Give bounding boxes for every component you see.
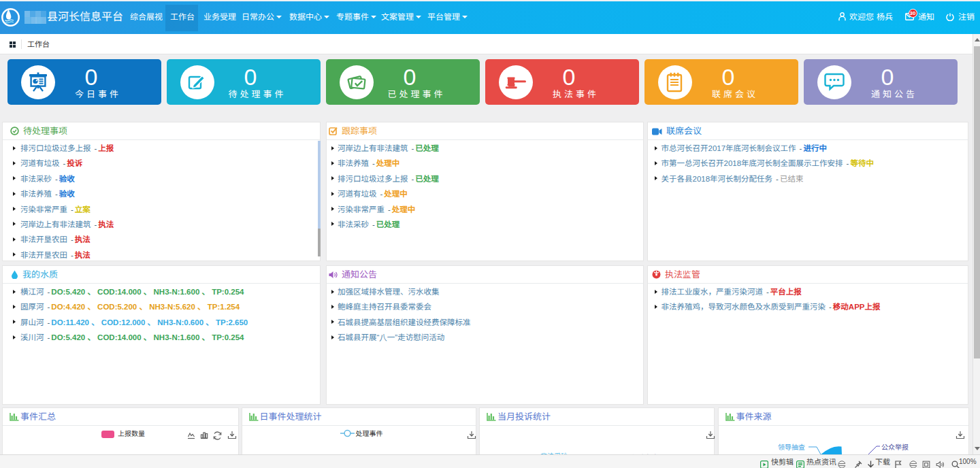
svg-text:领导抽查: 领导抽查 bbox=[778, 444, 805, 451]
svg-text:公众举报: 公众举报 bbox=[881, 444, 909, 451]
